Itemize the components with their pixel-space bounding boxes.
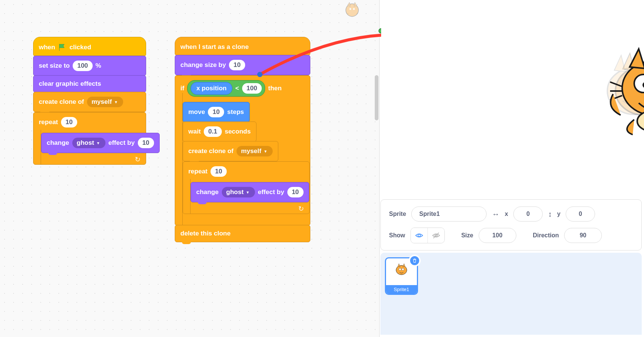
script-stack-1[interactable]: when clicked set size to 100 % clear gra… bbox=[33, 38, 146, 165]
sprite-thumbnail bbox=[392, 261, 411, 279]
compare-input[interactable]: 100 bbox=[242, 83, 262, 94]
repeat-input[interactable]: 10 bbox=[61, 117, 77, 128]
wait-block[interactable]: wait 0.1 seconds bbox=[183, 121, 256, 142]
x-position-reporter[interactable]: x position bbox=[191, 82, 232, 95]
when-start-as-clone-block[interactable]: when I start as a clone bbox=[175, 37, 310, 56]
move-steps-block[interactable]: move 10 steps bbox=[183, 102, 250, 122]
block-label: change bbox=[196, 188, 219, 196]
block-label: repeat bbox=[188, 168, 208, 175]
x-input[interactable]: 0 bbox=[513, 206, 543, 222]
block-label: when bbox=[39, 44, 55, 51]
svg-point-28 bbox=[399, 268, 401, 270]
repeat-input[interactable]: 10 bbox=[211, 166, 227, 177]
block-label: clicked bbox=[69, 44, 91, 51]
block-label: repeat bbox=[39, 118, 58, 126]
show-label: Show bbox=[389, 232, 405, 239]
blocks-workspace[interactable]: when clicked set size to 100 % clear gra… bbox=[0, 0, 380, 337]
sprite-info-panel: Sprite Sprite1 ↔ x 0 ↕ y 0 Show Size 100… bbox=[380, 199, 642, 250]
block-label: % bbox=[96, 62, 101, 70]
block-label: then bbox=[268, 85, 282, 92]
stage[interactable] bbox=[381, 1, 642, 197]
chevron-down-icon: ▼ bbox=[246, 190, 250, 194]
eye-icon bbox=[415, 231, 423, 240]
block-label: create clone of bbox=[188, 147, 233, 155]
size-input[interactable]: 100 bbox=[479, 228, 516, 243]
dropdown-value: ghost bbox=[77, 139, 94, 147]
effect-dropdown[interactable]: ghost ▼ bbox=[222, 187, 255, 197]
change-size-block[interactable]: change size by 10 bbox=[175, 55, 310, 75]
set-size-block[interactable]: set size to 100 % bbox=[33, 56, 146, 76]
when-flag-clicked-block[interactable]: when clicked bbox=[33, 37, 146, 56]
sprite-name-label: Sprite bbox=[389, 211, 406, 217]
less-than-operator[interactable]: x position < 100 bbox=[187, 80, 265, 97]
repeat-block[interactable]: repeat 10 change ghost ▼ effect by 10 bbox=[183, 161, 310, 214]
clone-target-dropdown[interactable]: myself ▼ bbox=[87, 97, 123, 107]
effect-amount-input[interactable]: 10 bbox=[138, 138, 154, 148]
sprite-list[interactable]: Sprite1 bbox=[380, 253, 642, 335]
size-input[interactable]: 100 bbox=[73, 61, 92, 71]
svg-point-23 bbox=[637, 111, 644, 132]
block-label: when I start as a clone bbox=[180, 43, 249, 51]
dropdown-value: ghost bbox=[226, 188, 244, 196]
effect-amount-input[interactable]: 10 bbox=[287, 187, 304, 197]
svg-point-1 bbox=[349, 8, 351, 10]
y-input[interactable]: 0 bbox=[566, 206, 595, 222]
size-change-input[interactable]: 10 bbox=[229, 60, 245, 70]
steps-input[interactable]: 10 bbox=[208, 107, 224, 117]
operator-symbol: < bbox=[235, 85, 239, 92]
block-label: clear graphic effects bbox=[39, 80, 101, 88]
size-label: Size bbox=[461, 232, 473, 239]
block-label: wait bbox=[188, 128, 201, 135]
block-label: effect by bbox=[258, 188, 284, 196]
block-label: create clone of bbox=[39, 98, 84, 106]
svg-line-26 bbox=[433, 233, 439, 238]
script-stack-2[interactable]: when I start as a clone change size by 1… bbox=[175, 38, 310, 242]
block-label: if bbox=[180, 85, 184, 92]
change-effect-block[interactable]: change ghost ▼ effect by 10 bbox=[41, 133, 160, 153]
visibility-toggle bbox=[411, 228, 445, 243]
dropdown-value: myself bbox=[241, 147, 261, 155]
sprite-name-input[interactable]: Sprite1 bbox=[411, 206, 487, 222]
svg-point-2 bbox=[353, 8, 355, 10]
trash-icon bbox=[412, 258, 417, 263]
block-label: effect by bbox=[108, 139, 135, 147]
create-clone-block[interactable]: create clone of myself ▼ bbox=[33, 92, 146, 112]
chevron-down-icon: ▼ bbox=[114, 100, 118, 104]
dropdown-value: myself bbox=[92, 98, 112, 106]
svg-point-27 bbox=[396, 266, 407, 275]
clone-target-dropdown[interactable]: myself ▼ bbox=[237, 146, 273, 156]
show-button[interactable] bbox=[411, 228, 427, 243]
y-axis-icon: ↕ bbox=[548, 210, 552, 219]
block-label: change bbox=[47, 139, 69, 147]
stage-and-sprite-column: Sprite Sprite1 ↔ x 0 ↕ y 0 Show Size 100… bbox=[380, 0, 644, 337]
direction-input[interactable]: 90 bbox=[564, 228, 602, 243]
repeat-block[interactable]: repeat 10 change ghost ▼ effect by 10 ↻ bbox=[33, 112, 146, 165]
effect-dropdown[interactable]: ghost ▼ bbox=[72, 138, 105, 148]
y-label: y bbox=[557, 211, 560, 217]
block-label: steps bbox=[227, 108, 244, 116]
delete-clone-block[interactable]: delete this clone bbox=[175, 225, 310, 242]
clear-graphic-effects-block[interactable]: clear graphic effects bbox=[33, 75, 146, 93]
eye-off-icon bbox=[432, 231, 440, 240]
hide-button[interactable] bbox=[428, 228, 444, 243]
chevron-down-icon: ▼ bbox=[264, 149, 267, 153]
block-label: seconds bbox=[225, 128, 251, 135]
green-flag-icon bbox=[58, 43, 66, 52]
x-axis-icon: ↔ bbox=[492, 210, 499, 219]
direction-label: Direction bbox=[533, 232, 559, 239]
block-label: set size to bbox=[39, 62, 70, 70]
loop-arrow-icon: ↻ bbox=[298, 205, 304, 213]
loop-arrow-icon: ↻ bbox=[135, 155, 140, 164]
sprite-card[interactable]: Sprite1 bbox=[385, 257, 418, 295]
change-effect-block[interactable]: change ghost ▼ effect by 10 bbox=[191, 182, 309, 202]
svg-point-29 bbox=[402, 268, 404, 270]
create-clone-block[interactable]: create clone of myself ▼ bbox=[183, 141, 278, 161]
delete-sprite-button[interactable] bbox=[409, 255, 421, 267]
wait-input[interactable]: 0.1 bbox=[204, 126, 222, 137]
sprite-card-label: Sprite1 bbox=[386, 285, 417, 294]
if-block[interactable]: if x position < 100 then move 10 steps w… bbox=[175, 75, 310, 226]
chevron-down-icon: ▼ bbox=[96, 141, 100, 145]
block-label: delete this clone bbox=[180, 230, 230, 237]
sprite-drag-preview bbox=[341, 0, 363, 24]
x-label: x bbox=[505, 211, 508, 217]
